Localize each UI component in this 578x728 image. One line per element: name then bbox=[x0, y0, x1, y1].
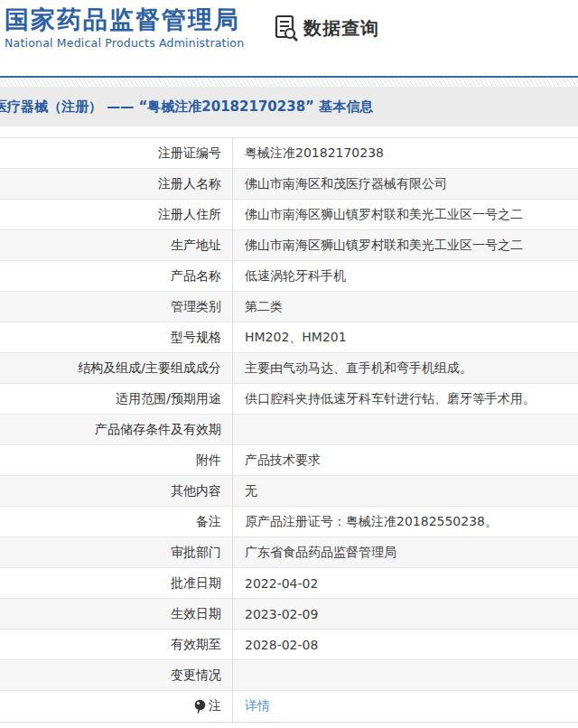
row-value: HM202、HM201 bbox=[233, 322, 578, 352]
document-search-icon bbox=[274, 14, 299, 42]
row-label: 其他内容 bbox=[0, 476, 233, 506]
row-value-text: 2028-02-08 bbox=[245, 638, 318, 652]
row-value: 2028-02-08 bbox=[233, 630, 578, 659]
data-query-label: 数据查询 bbox=[303, 16, 379, 41]
row-value-text: 原产品注册证号：粤械注准20182550238。 bbox=[245, 514, 498, 530]
row-label: 注册证编号 bbox=[0, 138, 233, 168]
row-label: 批准日期 bbox=[0, 568, 233, 598]
row-value: 产品技术要求 bbox=[233, 445, 578, 475]
row-label-text: 附件 bbox=[196, 453, 221, 469]
row-value: 无 bbox=[233, 476, 578, 506]
row-value-text: 佛山市南海区和茂医疗器械有限公司 bbox=[245, 176, 447, 192]
table-row: 注详情 bbox=[0, 691, 578, 722]
table-row: 结构及组成/主要组成成分主要由气动马达、直手机和弯手机组成。 bbox=[0, 353, 578, 384]
table-row: 注册证编号粤械注准20182170238 bbox=[0, 138, 578, 169]
row-value: 低速涡轮牙科手机 bbox=[233, 261, 578, 291]
logo-subtitle: National Medical Products Administration bbox=[5, 36, 244, 50]
row-value-text: 无 bbox=[245, 483, 257, 499]
row-value-text: 粤械注准20182170238 bbox=[245, 145, 384, 162]
table-row: 批准日期2022-04-02 bbox=[0, 568, 578, 599]
row-value-text: 广东省食品药品监督管理局 bbox=[245, 545, 396, 561]
row-value: 2023-02-09 bbox=[233, 599, 578, 629]
row-label-text: 适用范围/预期用途 bbox=[116, 391, 221, 407]
row-label: 注册人名称 bbox=[0, 169, 233, 199]
table-row: 生效日期2023-02-09 bbox=[0, 599, 578, 630]
row-label-text: 产品储存条件及有效期 bbox=[95, 422, 221, 438]
row-value: 广东省食品药品监督管理局 bbox=[233, 537, 578, 567]
section-title-bar: 医疗器械（注册） —— “粤械注准20182170238” 基本信息 bbox=[0, 87, 578, 126]
table-row: 适用范围/预期用途供口腔科夹持低速牙科车针进行钻、磨牙等手术用。 bbox=[0, 384, 578, 415]
table-row: 注册人名称佛山市南海区和茂医疗器械有限公司 bbox=[0, 169, 578, 200]
row-value bbox=[233, 415, 578, 444]
row-label-text: 批准日期 bbox=[171, 575, 221, 592]
table-row: 附件产品技术要求 bbox=[0, 445, 578, 476]
row-value-text: 低速涡轮牙科手机 bbox=[245, 268, 346, 285]
row-value: 第二类 bbox=[233, 292, 578, 322]
table-row: 型号规格HM202、HM201 bbox=[0, 322, 578, 353]
row-label: 变更情况 bbox=[0, 660, 233, 690]
registration-info-table: 注册证编号粤械注准20182170238注册人名称佛山市南海区和茂医疗器械有限公… bbox=[0, 137, 578, 723]
page-header: 国家药品监督管理局 National Medical Products Admi… bbox=[0, 0, 578, 76]
note-balloon-icon bbox=[194, 699, 206, 716]
row-value: 粤械注准20182170238 bbox=[233, 138, 578, 168]
row-label: 注 bbox=[0, 691, 233, 722]
row-value-text: 2023-02-09 bbox=[245, 607, 318, 621]
row-label-text: 生产地址 bbox=[171, 238, 221, 254]
table-row: 产品储存条件及有效期 bbox=[0, 415, 578, 445]
table-row: 审批部门广东省食品药品监督管理局 bbox=[0, 537, 578, 568]
row-label-text: 有效期至 bbox=[171, 637, 221, 653]
table-row: 有效期至2028-02-08 bbox=[0, 630, 578, 660]
row-value: 佛山市南海区狮山镇罗村联和美光工业区一号之二 bbox=[233, 200, 578, 229]
row-value-text: HM202、HM201 bbox=[245, 330, 347, 346]
table-row: 备注原产品注册证号：粤械注准20182550238。 bbox=[0, 507, 578, 537]
details-link[interactable]: 详情 bbox=[245, 698, 270, 714]
row-label-text: 生效日期 bbox=[171, 606, 221, 622]
row-label: 产品名称 bbox=[0, 261, 233, 291]
logo-title: 国家药品监督管理局 bbox=[5, 5, 244, 34]
row-value-text: 主要由气动马达、直手机和弯手机组成。 bbox=[245, 360, 472, 377]
hatch-divider bbox=[0, 78, 578, 87]
row-label: 审批部门 bbox=[0, 537, 233, 567]
data-query-nav[interactable]: 数据查询 bbox=[274, 14, 379, 42]
row-value: 佛山市南海区狮山镇罗村联和美光工业区一号之二 bbox=[233, 230, 578, 260]
row-label-text: 其他内容 bbox=[171, 483, 221, 499]
row-label: 生效日期 bbox=[0, 599, 233, 629]
row-label-text: 注册人名称 bbox=[158, 176, 221, 192]
row-value: 供口腔科夹持低速牙科车针进行钻、磨牙等手术用。 bbox=[233, 384, 578, 414]
nmpa-logo: 国家药品监督管理局 National Medical Products Admi… bbox=[5, 5, 244, 50]
row-label: 备注 bbox=[0, 507, 233, 537]
row-label-text: 注 bbox=[209, 698, 221, 714]
table-row: 注册人住所佛山市南海区狮山镇罗村联和美光工业区一号之二 bbox=[0, 200, 578, 230]
row-value: 主要由气动马达、直手机和弯手机组成。 bbox=[233, 353, 578, 383]
row-label: 注册人住所 bbox=[0, 200, 233, 229]
row-value-text: 产品技术要求 bbox=[245, 453, 321, 469]
row-value-text: 佛山市南海区狮山镇罗村联和美光工业区一号之二 bbox=[245, 207, 523, 223]
row-value-text: 佛山市南海区狮山镇罗村联和美光工业区一号之二 bbox=[245, 238, 523, 254]
row-label-text: 备注 bbox=[196, 514, 221, 530]
row-label-text: 管理类别 bbox=[171, 299, 221, 315]
table-row: 管理类别第二类 bbox=[0, 292, 578, 322]
table-row: 生产地址佛山市南海区狮山镇罗村联和美光工业区一号之二 bbox=[0, 230, 578, 261]
row-label: 有效期至 bbox=[0, 630, 233, 659]
row-value-text: 第二类 bbox=[245, 299, 283, 315]
row-label: 型号规格 bbox=[0, 322, 233, 352]
row-label-text: 产品名称 bbox=[171, 268, 221, 285]
row-label-text: 变更情况 bbox=[171, 667, 221, 684]
page-title: 医疗器械（注册） —— “粤械注准20182170238” 基本信息 bbox=[0, 98, 373, 116]
row-value: 佛山市南海区和茂医疗器械有限公司 bbox=[233, 169, 578, 199]
row-value: 详情 bbox=[233, 691, 578, 722]
table-row: 变更情况 bbox=[0, 660, 578, 691]
row-value: 原产品注册证号：粤械注准20182550238。 bbox=[233, 507, 578, 537]
row-label: 适用范围/预期用途 bbox=[0, 384, 233, 414]
row-value-text: 2022-04-02 bbox=[245, 576, 318, 591]
row-label: 结构及组成/主要组成成分 bbox=[0, 353, 233, 383]
table-row: 其他内容无 bbox=[0, 476, 578, 507]
row-value: 2022-04-02 bbox=[233, 568, 578, 598]
row-label-text: 型号规格 bbox=[171, 330, 221, 346]
row-label-text: 注册人住所 bbox=[158, 207, 221, 223]
row-label-text: 结构及组成/主要组成成分 bbox=[78, 360, 221, 377]
row-label-text: 审批部门 bbox=[171, 545, 221, 561]
row-label-text: 注册证编号 bbox=[158, 145, 221, 162]
row-label: 生产地址 bbox=[0, 230, 233, 260]
row-value-text: 供口腔科夹持低速牙科车针进行钻、磨牙等手术用。 bbox=[245, 391, 536, 407]
